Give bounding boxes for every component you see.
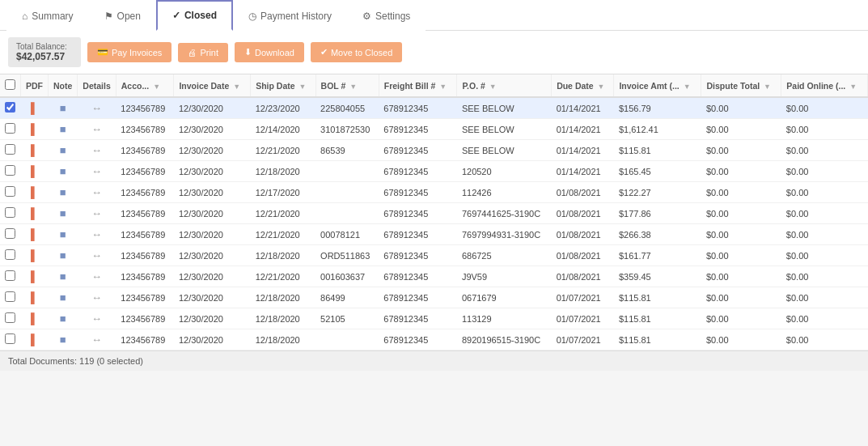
row-checkbox-cell[interactable] bbox=[0, 287, 21, 308]
detail-icon-cell[interactable]: ↔ bbox=[78, 203, 116, 224]
detail-icon-cell[interactable]: ↔ bbox=[78, 97, 116, 119]
pdf-icon-cell[interactable]: ▌ bbox=[21, 224, 49, 245]
detail-icon-cell[interactable]: ↔ bbox=[78, 245, 116, 266]
pdf-icon-cell[interactable]: ▌ bbox=[21, 97, 49, 119]
pdf-icon-cell[interactable]: ▌ bbox=[21, 161, 49, 182]
row-checkbox-cell[interactable] bbox=[0, 119, 21, 140]
header-paid-online[interactable]: Paid Online (... ▼ bbox=[781, 74, 868, 97]
pdf-icon-cell[interactable]: ▌ bbox=[21, 245, 49, 266]
account-cell: 123456789 bbox=[116, 287, 174, 308]
row-checkbox-cell[interactable] bbox=[0, 308, 21, 329]
row-checkbox-cell[interactable] bbox=[0, 140, 21, 161]
header-select-all[interactable] bbox=[0, 74, 21, 97]
row-checkbox[interactable] bbox=[5, 228, 15, 239]
row-checkbox[interactable] bbox=[5, 291, 15, 302]
row-checkbox[interactable] bbox=[5, 144, 15, 155]
table-row: ▌ ■ ↔ 123456789 12/30/2020 12/18/2020 52… bbox=[0, 308, 868, 329]
row-checkbox[interactable] bbox=[5, 270, 15, 281]
tab-closed[interactable]: ✓ Closed bbox=[156, 0, 233, 31]
header-invoice-date[interactable]: Invoice Date ▼ bbox=[174, 74, 251, 97]
row-checkbox[interactable] bbox=[5, 165, 15, 176]
row-checkbox-cell[interactable] bbox=[0, 182, 21, 203]
row-checkbox[interactable] bbox=[5, 207, 15, 218]
row-checkbox[interactable] bbox=[5, 249, 15, 260]
pdf-icon-cell[interactable]: ▌ bbox=[21, 182, 49, 203]
freight-bill-cell: 678912345 bbox=[379, 97, 457, 119]
invoice-date-cell: 12/30/2020 bbox=[174, 161, 251, 182]
pdf-icon-cell[interactable]: ▌ bbox=[21, 203, 49, 224]
note-icon-cell[interactable]: ■ bbox=[49, 140, 78, 161]
header-due-date[interactable]: Due Date ▼ bbox=[552, 74, 614, 97]
detail-icon-cell[interactable]: ↔ bbox=[78, 266, 116, 287]
invoice-amt-cell: $115.81 bbox=[614, 308, 701, 329]
note-icon-cell[interactable]: ■ bbox=[49, 161, 78, 182]
print-button[interactable]: 🖨 Print bbox=[178, 43, 228, 62]
ship-date-cell: 12/18/2020 bbox=[251, 287, 315, 308]
paid-online-cell: $0.00 bbox=[781, 245, 868, 266]
note-icon-cell[interactable]: ■ bbox=[49, 119, 78, 140]
invoice-amt-cell: $165.45 bbox=[614, 161, 701, 182]
note-icon-cell[interactable]: ■ bbox=[49, 329, 78, 350]
select-all-checkbox[interactable] bbox=[5, 79, 15, 90]
detail-icon-cell[interactable]: ↔ bbox=[78, 161, 116, 182]
note-icon-cell[interactable]: ■ bbox=[49, 203, 78, 224]
invoice-date-cell: 12/30/2020 bbox=[174, 140, 251, 161]
detail-icon-cell[interactable]: ↔ bbox=[78, 224, 116, 245]
tab-open[interactable]: ⚑ Open bbox=[89, 0, 156, 31]
row-checkbox[interactable] bbox=[5, 102, 15, 113]
detail-icon-cell[interactable]: ↔ bbox=[78, 140, 116, 161]
tab-settings[interactable]: ⚙ Settings bbox=[347, 0, 426, 31]
pay-invoices-button[interactable]: 💳 Pay Invoices bbox=[87, 42, 171, 62]
note-icon-cell[interactable]: ■ bbox=[49, 245, 78, 266]
pdf-icon-cell[interactable]: ▌ bbox=[21, 266, 49, 287]
header-dispute-total[interactable]: Dispute Total ▼ bbox=[701, 74, 781, 97]
row-checkbox-cell[interactable] bbox=[0, 329, 21, 350]
pdf-icon-cell[interactable]: ▌ bbox=[21, 308, 49, 329]
note-icon-cell[interactable]: ■ bbox=[49, 266, 78, 287]
row-checkbox-cell[interactable] bbox=[0, 97, 21, 119]
note-icon-cell[interactable]: ■ bbox=[49, 308, 78, 329]
header-invoice-amt[interactable]: Invoice Amt (... ▼ bbox=[614, 74, 701, 97]
row-checkbox[interactable] bbox=[5, 186, 15, 197]
pdf-icon-cell[interactable]: ▌ bbox=[21, 140, 49, 161]
detail-icon-cell[interactable]: ↔ bbox=[78, 329, 116, 350]
bol-cell: 86539 bbox=[315, 140, 379, 161]
bar-chart-icon: ▌ bbox=[31, 186, 38, 198]
ship-date-cell: 12/23/2020 bbox=[251, 97, 315, 119]
dispute-total-cell: $0.00 bbox=[701, 308, 781, 329]
move-to-closed-button[interactable]: ✔ Move to Closed bbox=[311, 42, 402, 62]
pdf-icon-cell[interactable]: ▌ bbox=[21, 287, 49, 308]
note-icon-cell[interactable]: ■ bbox=[49, 182, 78, 203]
row-checkbox-cell[interactable] bbox=[0, 161, 21, 182]
header-ship-date[interactable]: Ship Date ▼ bbox=[251, 74, 315, 97]
header-freight-bill[interactable]: Freight Bill # ▼ bbox=[379, 74, 457, 97]
detail-icon-cell[interactable]: ↔ bbox=[78, 182, 116, 203]
print-icon: 🖨 bbox=[188, 48, 197, 57]
detail-icon-cell[interactable]: ↔ bbox=[78, 287, 116, 308]
detail-icon: ↔ bbox=[91, 102, 102, 114]
row-checkbox[interactable] bbox=[5, 333, 15, 344]
header-account[interactable]: Acco... ▼ bbox=[116, 74, 174, 97]
home-icon: ⌂ bbox=[22, 11, 28, 22]
row-checkbox-cell[interactable] bbox=[0, 266, 21, 287]
row-checkbox[interactable] bbox=[5, 123, 15, 134]
detail-icon-cell[interactable]: ↔ bbox=[78, 308, 116, 329]
header-bol[interactable]: BOL # ▼ bbox=[315, 74, 379, 97]
row-checkbox-cell[interactable] bbox=[0, 245, 21, 266]
note-icon-cell[interactable]: ■ bbox=[49, 224, 78, 245]
detail-icon-cell[interactable]: ↔ bbox=[78, 119, 116, 140]
table-row: ▌ ■ ↔ 123456789 12/30/2020 12/18/2020 86… bbox=[0, 287, 868, 308]
row-checkbox-cell[interactable] bbox=[0, 203, 21, 224]
tab-payment-history[interactable]: ◷ Payment History bbox=[233, 0, 347, 31]
due-date-cell: 01/08/2021 bbox=[552, 245, 614, 266]
download-button[interactable]: ⬇ Download bbox=[235, 42, 304, 62]
tab-summary[interactable]: ⌂ Summary bbox=[6, 0, 89, 31]
note-icon: ■ bbox=[60, 207, 66, 219]
header-po[interactable]: P.O. # ▼ bbox=[457, 74, 552, 97]
note-icon-cell[interactable]: ■ bbox=[49, 97, 78, 119]
row-checkbox-cell[interactable] bbox=[0, 224, 21, 245]
pdf-icon-cell[interactable]: ▌ bbox=[21, 119, 49, 140]
note-icon-cell[interactable]: ■ bbox=[49, 287, 78, 308]
row-checkbox[interactable] bbox=[5, 312, 15, 323]
pdf-icon-cell[interactable]: ▌ bbox=[21, 329, 49, 350]
